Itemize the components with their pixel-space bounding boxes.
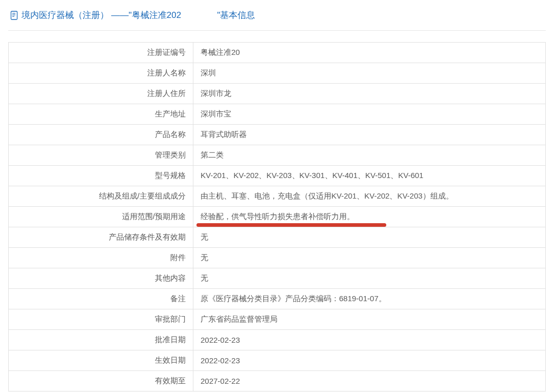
- row-value: 深圳市宝: [193, 104, 546, 125]
- row-value: 深圳市龙: [193, 84, 546, 104]
- row-label: 批准日期: [9, 330, 193, 350]
- table-row: 生产地址深圳市宝: [9, 104, 546, 125]
- table-row: 产品储存条件及有效期无: [9, 227, 546, 248]
- row-value: KV-201、KV-202、KV-203、KV-301、KV-401、KV-50…: [193, 166, 546, 186]
- row-label: 其他内容: [9, 268, 193, 289]
- header-title: 境内医疗器械（注册） ——"粤械注准202"基本信息: [22, 9, 255, 21]
- row-value: 2027-02-22: [193, 371, 546, 391]
- row-value: 耳背式助听器: [193, 125, 546, 145]
- info-table: 注册证编号粤械注准20注册人名称深圳注册人住所深圳市龙生产地址深圳市宝产品名称耳…: [8, 42, 546, 391]
- table-row: 管理类别第二类: [9, 145, 546, 166]
- svg-rect-0: [11, 11, 17, 19]
- row-label: 产品储存条件及有效期: [9, 227, 193, 248]
- row-value: 无: [193, 248, 546, 268]
- table-row: 适用范围/预期用途经验配，供气导性听力损失患者补偿听力用。: [9, 207, 546, 227]
- row-label: 结构及组成/主要组成成分: [9, 186, 193, 207]
- row-label: 管理类别: [9, 145, 193, 166]
- row-value: 无: [193, 268, 546, 289]
- table-row: 结构及组成/主要组成成分由主机、耳塞、电池，充电盒（仅适用KV-201、KV-2…: [9, 186, 546, 207]
- page-header: 境内医疗器械（注册） ——"粤械注准202"基本信息: [8, 5, 546, 31]
- row-label: 备注: [9, 289, 193, 309]
- row-label: 型号规格: [9, 166, 193, 186]
- table-row: 注册证编号粤械注准20: [9, 43, 546, 63]
- table-row: 产品名称耳背式助听器: [9, 125, 546, 145]
- row-value: 经验配，供气导性听力损失患者补偿听力用。: [193, 207, 546, 227]
- row-value: 由主机、耳塞、电池，充电盒（仅适用KV-201、KV-202、KV-203）组成…: [193, 186, 546, 207]
- row-label: 注册人住所: [9, 84, 193, 104]
- table-row: 生效日期2022-02-23: [9, 350, 546, 371]
- row-label: 注册人名称: [9, 63, 193, 84]
- row-value: 第二类: [193, 145, 546, 166]
- row-value: 无: [193, 227, 546, 248]
- table-row: 注册人名称深圳: [9, 63, 546, 84]
- header-suffix: "基本信息: [217, 10, 255, 20]
- header-docno: 粤械注准202: [132, 10, 181, 20]
- row-value: 原《医疗器械分类目录》产品分类编码：6819-01-07。: [193, 289, 546, 309]
- row-value: 2022-02-23: [193, 330, 546, 350]
- row-label: 有效期至: [9, 371, 193, 391]
- table-row: 有效期至2027-02-22: [9, 371, 546, 391]
- table-row: 批准日期2022-02-23: [9, 330, 546, 350]
- row-label: 适用范围/预期用途: [9, 207, 193, 227]
- info-table-container: 注册证编号粤械注准20注册人名称深圳注册人住所深圳市龙生产地址深圳市宝产品名称耳…: [8, 42, 546, 391]
- table-row: 其他内容无: [9, 268, 546, 289]
- row-label: 产品名称: [9, 125, 193, 145]
- table-row: 审批部门广东省药品监督管理局: [9, 309, 546, 330]
- row-label: 审批部门: [9, 309, 193, 330]
- row-label: 注册证编号: [9, 43, 193, 63]
- document-icon: [10, 11, 18, 20]
- table-row: 附件无: [9, 248, 546, 268]
- row-value: 深圳: [193, 63, 546, 84]
- row-value: 广东省药品监督管理局: [193, 309, 546, 330]
- row-label: 生产地址: [9, 104, 193, 125]
- row-value: 粤械注准20: [193, 43, 546, 63]
- row-label: 生效日期: [9, 350, 193, 371]
- table-row: 备注原《医疗器械分类目录》产品分类编码：6819-01-07。: [9, 289, 546, 309]
- table-row: 注册人住所深圳市龙: [9, 84, 546, 104]
- header-prefix: 境内医疗器械（注册） ——": [22, 10, 132, 20]
- row-label: 附件: [9, 248, 193, 268]
- row-value: 2022-02-23: [193, 350, 546, 371]
- table-row: 型号规格KV-201、KV-202、KV-203、KV-301、KV-401、K…: [9, 166, 546, 186]
